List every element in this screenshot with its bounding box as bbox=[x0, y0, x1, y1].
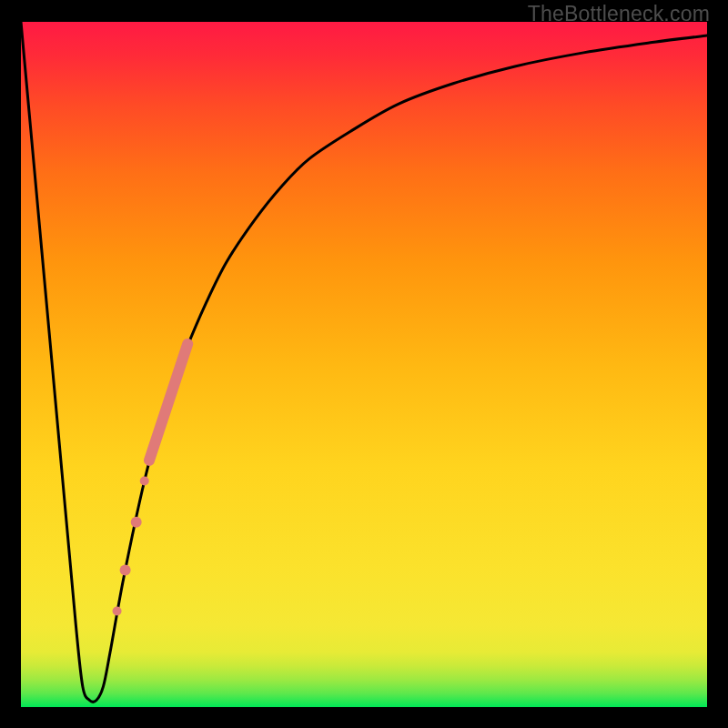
chart-frame: TheBottleneck.com bbox=[0, 0, 728, 728]
chart-svg bbox=[0, 0, 728, 728]
highlight-marker bbox=[113, 607, 122, 616]
highlight-segment bbox=[149, 344, 187, 460]
highlight-marker bbox=[140, 477, 149, 486]
highlight-marker bbox=[120, 564, 131, 575]
highlight-marker bbox=[131, 517, 142, 528]
highlight-segment-layer bbox=[149, 344, 187, 460]
bottleneck-curve bbox=[21, 22, 707, 702]
curve-layer bbox=[21, 22, 707, 702]
